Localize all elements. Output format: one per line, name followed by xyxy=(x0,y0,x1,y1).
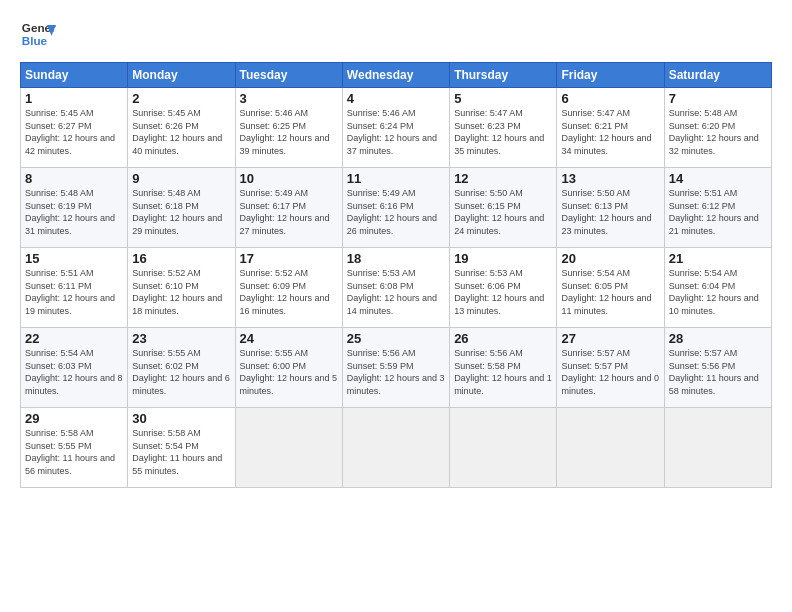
table-row xyxy=(450,408,557,488)
day-info: Sunrise: 5:55 AMSunset: 6:00 PMDaylight:… xyxy=(240,348,338,396)
day-number: 15 xyxy=(25,251,123,266)
table-row: 25Sunrise: 5:56 AMSunset: 5:59 PMDayligh… xyxy=(342,328,449,408)
col-header-sunday: Sunday xyxy=(21,63,128,88)
day-info: Sunrise: 5:47 AMSunset: 6:23 PMDaylight:… xyxy=(454,108,544,156)
day-info: Sunrise: 5:55 AMSunset: 6:02 PMDaylight:… xyxy=(132,348,230,396)
day-number: 10 xyxy=(240,171,338,186)
table-row: 9Sunrise: 5:48 AMSunset: 6:18 PMDaylight… xyxy=(128,168,235,248)
day-number: 30 xyxy=(132,411,230,426)
col-header-wednesday: Wednesday xyxy=(342,63,449,88)
col-header-monday: Monday xyxy=(128,63,235,88)
col-header-saturday: Saturday xyxy=(664,63,771,88)
day-info: Sunrise: 5:57 AMSunset: 5:57 PMDaylight:… xyxy=(561,348,659,396)
table-row xyxy=(664,408,771,488)
day-info: Sunrise: 5:45 AMSunset: 6:26 PMDaylight:… xyxy=(132,108,222,156)
day-info: Sunrise: 5:52 AMSunset: 6:09 PMDaylight:… xyxy=(240,268,330,316)
table-row: 30Sunrise: 5:58 AMSunset: 5:54 PMDayligh… xyxy=(128,408,235,488)
day-info: Sunrise: 5:54 AMSunset: 6:03 PMDaylight:… xyxy=(25,348,123,396)
table-row: 13Sunrise: 5:50 AMSunset: 6:13 PMDayligh… xyxy=(557,168,664,248)
day-info: Sunrise: 5:58 AMSunset: 5:55 PMDaylight:… xyxy=(25,428,115,476)
day-number: 9 xyxy=(132,171,230,186)
day-number: 12 xyxy=(454,171,552,186)
day-number: 27 xyxy=(561,331,659,346)
day-info: Sunrise: 5:57 AMSunset: 5:56 PMDaylight:… xyxy=(669,348,759,396)
day-info: Sunrise: 5:49 AMSunset: 6:16 PMDaylight:… xyxy=(347,188,437,236)
day-number: 17 xyxy=(240,251,338,266)
day-number: 18 xyxy=(347,251,445,266)
day-number: 24 xyxy=(240,331,338,346)
svg-text:Blue: Blue xyxy=(22,34,48,47)
day-info: Sunrise: 5:46 AMSunset: 6:25 PMDaylight:… xyxy=(240,108,330,156)
day-info: Sunrise: 5:53 AMSunset: 6:06 PMDaylight:… xyxy=(454,268,544,316)
table-row: 6Sunrise: 5:47 AMSunset: 6:21 PMDaylight… xyxy=(557,88,664,168)
day-number: 8 xyxy=(25,171,123,186)
day-number: 23 xyxy=(132,331,230,346)
day-number: 21 xyxy=(669,251,767,266)
day-number: 14 xyxy=(669,171,767,186)
table-row: 3Sunrise: 5:46 AMSunset: 6:25 PMDaylight… xyxy=(235,88,342,168)
day-number: 11 xyxy=(347,171,445,186)
day-number: 7 xyxy=(669,91,767,106)
table-row: 29Sunrise: 5:58 AMSunset: 5:55 PMDayligh… xyxy=(21,408,128,488)
day-info: Sunrise: 5:50 AMSunset: 6:13 PMDaylight:… xyxy=(561,188,651,236)
table-row xyxy=(557,408,664,488)
day-info: Sunrise: 5:58 AMSunset: 5:54 PMDaylight:… xyxy=(132,428,222,476)
table-row: 28Sunrise: 5:57 AMSunset: 5:56 PMDayligh… xyxy=(664,328,771,408)
table-row: 10Sunrise: 5:49 AMSunset: 6:17 PMDayligh… xyxy=(235,168,342,248)
table-row: 16Sunrise: 5:52 AMSunset: 6:10 PMDayligh… xyxy=(128,248,235,328)
table-row: 15Sunrise: 5:51 AMSunset: 6:11 PMDayligh… xyxy=(21,248,128,328)
table-row: 27Sunrise: 5:57 AMSunset: 5:57 PMDayligh… xyxy=(557,328,664,408)
table-row: 21Sunrise: 5:54 AMSunset: 6:04 PMDayligh… xyxy=(664,248,771,328)
day-info: Sunrise: 5:54 AMSunset: 6:05 PMDaylight:… xyxy=(561,268,651,316)
day-info: Sunrise: 5:54 AMSunset: 6:04 PMDaylight:… xyxy=(669,268,759,316)
table-row: 5Sunrise: 5:47 AMSunset: 6:23 PMDaylight… xyxy=(450,88,557,168)
day-info: Sunrise: 5:45 AMSunset: 6:27 PMDaylight:… xyxy=(25,108,115,156)
day-info: Sunrise: 5:51 AMSunset: 6:12 PMDaylight:… xyxy=(669,188,759,236)
day-info: Sunrise: 5:56 AMSunset: 5:59 PMDaylight:… xyxy=(347,348,445,396)
day-number: 1 xyxy=(25,91,123,106)
logo: General Blue xyxy=(20,16,56,52)
table-row xyxy=(342,408,449,488)
day-info: Sunrise: 5:51 AMSunset: 6:11 PMDaylight:… xyxy=(25,268,115,316)
table-row: 19Sunrise: 5:53 AMSunset: 6:06 PMDayligh… xyxy=(450,248,557,328)
day-info: Sunrise: 5:48 AMSunset: 6:19 PMDaylight:… xyxy=(25,188,115,236)
table-row: 12Sunrise: 5:50 AMSunset: 6:15 PMDayligh… xyxy=(450,168,557,248)
table-row: 17Sunrise: 5:52 AMSunset: 6:09 PMDayligh… xyxy=(235,248,342,328)
day-info: Sunrise: 5:56 AMSunset: 5:58 PMDaylight:… xyxy=(454,348,552,396)
table-row: 8Sunrise: 5:48 AMSunset: 6:19 PMDaylight… xyxy=(21,168,128,248)
table-row: 20Sunrise: 5:54 AMSunset: 6:05 PMDayligh… xyxy=(557,248,664,328)
day-number: 16 xyxy=(132,251,230,266)
day-number: 13 xyxy=(561,171,659,186)
table-row: 22Sunrise: 5:54 AMSunset: 6:03 PMDayligh… xyxy=(21,328,128,408)
day-number: 6 xyxy=(561,91,659,106)
day-info: Sunrise: 5:48 AMSunset: 6:20 PMDaylight:… xyxy=(669,108,759,156)
table-row: 4Sunrise: 5:46 AMSunset: 6:24 PMDaylight… xyxy=(342,88,449,168)
table-row: 7Sunrise: 5:48 AMSunset: 6:20 PMDaylight… xyxy=(664,88,771,168)
col-header-thursday: Thursday xyxy=(450,63,557,88)
day-number: 5 xyxy=(454,91,552,106)
day-number: 19 xyxy=(454,251,552,266)
day-info: Sunrise: 5:52 AMSunset: 6:10 PMDaylight:… xyxy=(132,268,222,316)
table-row: 2Sunrise: 5:45 AMSunset: 6:26 PMDaylight… xyxy=(128,88,235,168)
col-header-tuesday: Tuesday xyxy=(235,63,342,88)
day-number: 3 xyxy=(240,91,338,106)
calendar-table: SundayMondayTuesdayWednesdayThursdayFrid… xyxy=(20,62,772,488)
table-row xyxy=(235,408,342,488)
day-info: Sunrise: 5:46 AMSunset: 6:24 PMDaylight:… xyxy=(347,108,437,156)
day-number: 20 xyxy=(561,251,659,266)
table-row: 14Sunrise: 5:51 AMSunset: 6:12 PMDayligh… xyxy=(664,168,771,248)
day-number: 29 xyxy=(25,411,123,426)
day-number: 22 xyxy=(25,331,123,346)
day-number: 28 xyxy=(669,331,767,346)
day-info: Sunrise: 5:48 AMSunset: 6:18 PMDaylight:… xyxy=(132,188,222,236)
table-row: 24Sunrise: 5:55 AMSunset: 6:00 PMDayligh… xyxy=(235,328,342,408)
day-info: Sunrise: 5:50 AMSunset: 6:15 PMDaylight:… xyxy=(454,188,544,236)
day-info: Sunrise: 5:47 AMSunset: 6:21 PMDaylight:… xyxy=(561,108,651,156)
table-row: 26Sunrise: 5:56 AMSunset: 5:58 PMDayligh… xyxy=(450,328,557,408)
day-number: 25 xyxy=(347,331,445,346)
table-row: 18Sunrise: 5:53 AMSunset: 6:08 PMDayligh… xyxy=(342,248,449,328)
table-row: 11Sunrise: 5:49 AMSunset: 6:16 PMDayligh… xyxy=(342,168,449,248)
table-row: 23Sunrise: 5:55 AMSunset: 6:02 PMDayligh… xyxy=(128,328,235,408)
day-info: Sunrise: 5:53 AMSunset: 6:08 PMDaylight:… xyxy=(347,268,437,316)
day-number: 4 xyxy=(347,91,445,106)
